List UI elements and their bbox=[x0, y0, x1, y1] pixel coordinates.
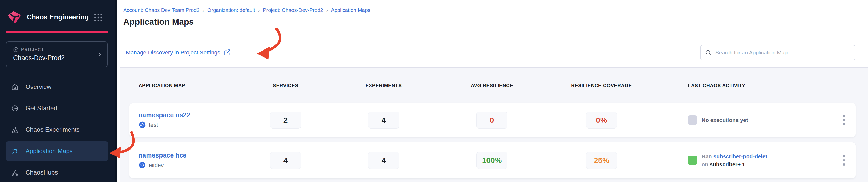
sidebar: Chaos Engineering PROJECT Chaos-Dev-Prod… bbox=[0, 0, 117, 182]
application-maps-page: { "app": { "title": "Chaos Engineering" … bbox=[0, 0, 868, 182]
application-map-link[interactable]: namespace hce bbox=[138, 152, 242, 159]
table-row[interactable]: namespace hce eiidev 4 4 1 bbox=[129, 142, 856, 178]
on-label: on bbox=[702, 161, 708, 167]
sidebar-item-label: ChaosHubs bbox=[26, 169, 58, 176]
activity-text: No executions yet bbox=[702, 116, 748, 124]
sidebar-item-chaos-experiments[interactable]: Chaos Experiments bbox=[6, 120, 108, 140]
chaos-engineering-logo-icon bbox=[7, 9, 22, 25]
project-label: PROJECT bbox=[21, 48, 44, 52]
namespace-label: eiidev bbox=[149, 162, 163, 169]
sidebar-item-application-maps[interactable]: Application Maps bbox=[6, 141, 108, 161]
kubernetes-icon bbox=[138, 121, 146, 129]
sidebar-nav: Overview Get Started Chaos Experiments A… bbox=[0, 77, 117, 182]
main-content: Account: Chaos Dev Team Prod2 › Organiza… bbox=[120, 0, 868, 182]
project-selector[interactable]: PROJECT Chaos-Dev-Prod2 bbox=[6, 41, 107, 67]
search-box bbox=[700, 45, 855, 60]
breadcrumb-organization[interactable]: Organization: default bbox=[207, 7, 255, 13]
home-icon bbox=[11, 84, 18, 90]
activity-text: Ran subscriber-pod-delet… on subscriber+… bbox=[702, 152, 773, 169]
sidebar-item-label: Chaos Experiments bbox=[26, 126, 80, 133]
experiments-count: 4 bbox=[368, 152, 399, 169]
search-icon bbox=[705, 49, 712, 56]
hub-network-icon bbox=[11, 169, 18, 176]
application-map-cell: namespace ns22 test bbox=[138, 111, 242, 129]
breadcrumb-separator: › bbox=[255, 7, 263, 13]
project-name: Chaos-Dev-Prod2 bbox=[13, 54, 65, 62]
column-header-experiments: EXPERIMENTS bbox=[330, 83, 438, 88]
column-header-services: SERVICES bbox=[242, 83, 330, 88]
manage-discovery-label: Manage Discovery in Project Settings bbox=[126, 49, 220, 56]
app-switcher-grid-icon[interactable] bbox=[94, 13, 103, 22]
breadcrumb-project[interactable]: Project: Chaos-Dev-Prod2 bbox=[263, 7, 323, 13]
avg-resilience-value: 100% bbox=[476, 152, 507, 169]
external-link-icon bbox=[224, 49, 231, 56]
sidebar-item-label: Application Maps bbox=[26, 148, 73, 155]
target-icon bbox=[11, 148, 18, 155]
ran-label: Ran bbox=[702, 153, 712, 159]
kubernetes-icon bbox=[138, 161, 146, 169]
breadcrumb-current[interactable]: Application Maps bbox=[331, 7, 370, 13]
breadcrumb: Account: Chaos Dev Team Prod2 › Organiza… bbox=[123, 7, 370, 13]
toolbar: Manage Discovery in Project Settings bbox=[120, 38, 868, 67]
avg-resilience-value: 0 bbox=[476, 112, 507, 129]
services-count: 2 bbox=[270, 112, 301, 129]
column-header-resilience-coverage: RESILIENCE COVERAGE bbox=[546, 83, 657, 88]
table-row[interactable]: namespace ns22 test 2 4 0 bbox=[129, 103, 856, 137]
resilience-coverage-value: 25% bbox=[586, 152, 617, 169]
last-chaos-activity-cell: No executions yet bbox=[657, 116, 832, 125]
last-chaos-activity-cell: Ran subscriber-pod-delet… on subscriber+… bbox=[657, 152, 832, 169]
sidebar-item-chaoshubs[interactable]: ChaosHubs bbox=[6, 163, 108, 182]
app-logo-row[interactable]: Chaos Engineering bbox=[7, 9, 89, 25]
application-maps-table: APPLICATION MAP SERVICES EXPERIMENTS AVG… bbox=[120, 68, 868, 182]
table-header-row: APPLICATION MAP SERVICES EXPERIMENTS AVG… bbox=[129, 68, 856, 103]
cube-icon bbox=[13, 47, 19, 52]
sidebar-accent-rule bbox=[6, 31, 108, 33]
manage-discovery-link[interactable]: Manage Discovery in Project Settings bbox=[126, 49, 231, 56]
application-map-cell: namespace hce eiidev bbox=[138, 152, 242, 169]
breadcrumb-separator: › bbox=[323, 7, 331, 13]
namespace-label: test bbox=[149, 122, 158, 128]
experiment-target: subscriber+ 1 bbox=[710, 161, 745, 167]
flask-icon bbox=[11, 126, 18, 133]
services-count: 4 bbox=[270, 152, 301, 169]
column-header-application-map: APPLICATION MAP bbox=[138, 83, 242, 88]
row-actions-menu-icon[interactable] bbox=[841, 153, 847, 168]
application-map-link[interactable]: namespace ns22 bbox=[138, 111, 242, 119]
breadcrumb-account[interactable]: Account: Chaos Dev Team Prod2 bbox=[123, 7, 199, 13]
resilience-coverage-value: 0% bbox=[586, 112, 617, 129]
page-title: Application Maps bbox=[123, 17, 194, 27]
activity-status-badge bbox=[688, 116, 697, 125]
app-title: Chaos Engineering bbox=[27, 13, 89, 21]
breadcrumb-separator: › bbox=[199, 7, 207, 13]
column-header-last-chaos-activity: LAST CHAOS ACTIVITY bbox=[657, 83, 832, 88]
chevron-right-icon bbox=[96, 52, 102, 58]
experiment-run-link[interactable]: subscriber-pod-delet… bbox=[713, 153, 773, 159]
sidebar-item-get-started[interactable]: Get Started bbox=[6, 98, 108, 118]
search-input[interactable] bbox=[715, 50, 851, 56]
sidebar-item-label: Get Started bbox=[26, 105, 57, 112]
row-actions-menu-icon[interactable] bbox=[841, 113, 847, 127]
sidebar-item-overview[interactable]: Overview bbox=[6, 77, 108, 97]
experiments-count: 4 bbox=[368, 112, 399, 129]
sidebar-item-label: Overview bbox=[26, 83, 51, 90]
page-header: Account: Chaos Dev Team Prod2 › Organiza… bbox=[120, 0, 868, 37]
column-header-avg-resilience: AVG RESILIENCE bbox=[438, 83, 546, 88]
get-started-icon bbox=[11, 105, 18, 112]
activity-status-badge bbox=[688, 156, 697, 165]
